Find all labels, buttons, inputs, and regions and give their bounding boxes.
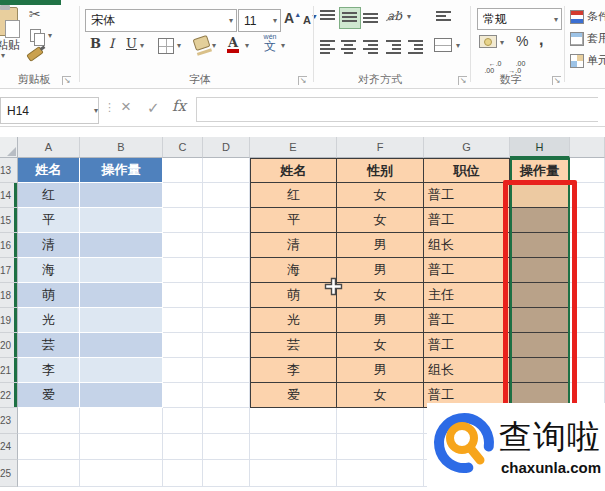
cell-B20[interactable] — [80, 333, 163, 358]
cell-C22[interactable] — [163, 383, 203, 408]
cell-A17[interactable]: 海 — [18, 258, 80, 283]
orientation-dropdown-icon[interactable]: ▾ — [407, 12, 411, 21]
cell-G17[interactable]: 普工 — [424, 258, 510, 283]
cell-styles-button[interactable]: 单元格样式 — [570, 53, 605, 68]
cell-C18[interactable] — [163, 283, 203, 308]
cell-F16[interactable]: 男 — [337, 233, 424, 258]
cell-B18[interactable] — [80, 283, 163, 308]
cell-A18[interactable]: 萌 — [18, 283, 80, 308]
formula-bar-handle-icon[interactable]: ⋮ — [104, 101, 114, 114]
font-color-dropdown-icon[interactable]: ▾ — [245, 41, 249, 50]
cell-F24[interactable] — [337, 434, 424, 460]
cell-I19[interactable] — [570, 308, 605, 333]
col-header-H[interactable]: H — [510, 137, 570, 158]
merge-center-dropdown-icon[interactable]: ▾ — [456, 41, 460, 50]
cell-I16[interactable] — [570, 233, 605, 258]
row-header-25[interactable]: 25 — [0, 460, 18, 487]
decrease-indent-button[interactable] — [386, 38, 401, 52]
number-format-select[interactable]: 常规 ▾ — [477, 8, 562, 30]
cell-F15[interactable]: 女 — [337, 208, 424, 233]
cell-A13[interactable]: 姓名 — [18, 158, 80, 183]
cell-A23[interactable] — [18, 408, 80, 434]
cell-I21[interactable] — [570, 358, 605, 383]
cell-I14[interactable] — [570, 183, 605, 208]
cell-E14[interactable]: 红 — [250, 183, 337, 208]
cell-D25[interactable] — [203, 460, 250, 487]
accounting-format-icon[interactable] — [479, 35, 497, 48]
underline-dropdown-icon[interactable]: ▾ — [140, 41, 144, 50]
cell-I20[interactable] — [570, 333, 605, 358]
cell-C21[interactable] — [163, 358, 203, 383]
alignment-dialog-launcher-icon[interactable]: ↘ — [458, 76, 467, 85]
cell-D16[interactable] — [203, 233, 250, 258]
font-size-select[interactable]: 11 ▾ — [238, 9, 281, 32]
row-header-15[interactable]: 15 — [0, 208, 18, 233]
italic-button[interactable]: I — [109, 36, 114, 51]
cell-F20[interactable]: 女 — [337, 333, 424, 358]
cell-E13[interactable]: 姓名 — [250, 158, 337, 183]
row-header-14[interactable]: 14 — [0, 183, 18, 208]
row-header-13[interactable]: 13 — [0, 158, 18, 183]
shrink-font-button[interactable]: A▼ — [303, 13, 318, 26]
cell-B25[interactable] — [80, 460, 163, 487]
row-header-19[interactable]: 19 — [0, 308, 18, 333]
col-header-partial[interactable] — [570, 137, 605, 158]
cell-E19[interactable]: 光 — [250, 308, 337, 333]
underline-button[interactable]: U — [126, 36, 137, 51]
cell-B17[interactable] — [80, 258, 163, 283]
cell-C20[interactable] — [163, 333, 203, 358]
cell-C23[interactable] — [163, 408, 203, 434]
cell-C24[interactable] — [163, 434, 203, 460]
row-header-22[interactable]: 22 — [0, 383, 18, 408]
cell-D14[interactable] — [203, 183, 250, 208]
grow-font-button[interactable]: A▲ — [284, 10, 301, 26]
cell-C15[interactable] — [163, 208, 203, 233]
paste-icon[interactable] — [0, 7, 18, 36]
cell-E21[interactable]: 李 — [250, 358, 337, 383]
cell-B19[interactable] — [80, 308, 163, 333]
wrap-text-button[interactable] — [436, 9, 451, 23]
cell-A21[interactable]: 李 — [18, 358, 80, 383]
cell-G20[interactable]: 普工 — [424, 333, 510, 358]
cell-A20[interactable]: 芸 — [18, 333, 80, 358]
align-middle-button[interactable] — [339, 7, 361, 29]
cell-I17[interactable] — [570, 258, 605, 283]
row-header-20[interactable]: 20 — [0, 333, 18, 358]
cell-H16[interactable] — [510, 233, 570, 258]
cell-G18[interactable]: 主任 — [424, 283, 510, 308]
cell-D22[interactable] — [203, 383, 250, 408]
format-as-table-button[interactable]: 套用表格格式 — [570, 31, 605, 46]
cell-H15[interactable] — [510, 208, 570, 233]
cell-H14[interactable] — [510, 183, 570, 208]
cell-E22[interactable]: 爱 — [250, 383, 337, 408]
number-dialog-launcher-icon[interactable]: ↘ — [552, 76, 561, 85]
font-dialog-launcher-icon[interactable]: ↘ — [298, 76, 307, 85]
orientation-button[interactable]: ab — [387, 9, 402, 23]
cell-E17[interactable]: 海 — [250, 258, 337, 283]
phonetic-guide-button[interactable]: wén 文 — [262, 33, 278, 53]
borders-icon[interactable] — [158, 38, 174, 54]
cell-D20[interactable] — [203, 333, 250, 358]
bold-button[interactable]: B — [90, 36, 101, 51]
cell-F19[interactable]: 男 — [337, 308, 424, 333]
insert-function-icon[interactable]: fx — [172, 97, 186, 115]
cell-E20[interactable]: 芸 — [250, 333, 337, 358]
cell-D19[interactable] — [203, 308, 250, 333]
fill-color-icon[interactable] — [193, 35, 211, 51]
cell-B14[interactable] — [80, 183, 163, 208]
cell-H17[interactable] — [510, 258, 570, 283]
cell-H19[interactable] — [510, 308, 570, 333]
format-painter-icon[interactable] — [26, 46, 44, 62]
cell-G14[interactable]: 普工 — [424, 183, 510, 208]
cell-F23[interactable] — [337, 408, 424, 434]
cell-B22[interactable] — [80, 383, 163, 408]
col-header-A[interactable]: A — [18, 137, 80, 158]
conditional-formatting-button[interactable]: 条件格式 — [570, 9, 605, 24]
row-header-16[interactable]: 16 — [0, 233, 18, 258]
col-header-G[interactable]: G — [424, 137, 510, 158]
cell-F13[interactable]: 性别 — [337, 158, 424, 183]
cell-H21[interactable] — [510, 358, 570, 383]
cell-B21[interactable] — [80, 358, 163, 383]
col-header-E[interactable]: E — [250, 137, 337, 158]
cell-F14[interactable]: 女 — [337, 183, 424, 208]
